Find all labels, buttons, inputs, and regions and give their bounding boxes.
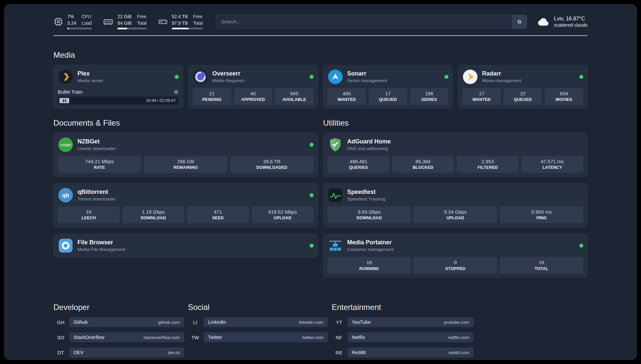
- search-input[interactable]: [216, 15, 512, 28]
- bookmark-stackoverflow[interactable]: SO StackOverflow stackoverflow.com: [53, 332, 184, 342]
- speedtest-icon: [327, 187, 343, 203]
- app-title: Plex: [77, 70, 103, 77]
- stat-label: RATE: [59, 165, 140, 170]
- stat-tile: 471 SEED: [187, 206, 249, 223]
- disk-total-value: 97.9 TB: [172, 20, 188, 26]
- search-engine-button[interactable]: G: [512, 15, 527, 28]
- pause-icon[interactable]: [59, 98, 69, 103]
- bookmark-abbr: SO: [53, 335, 68, 340]
- status-online-dot: [579, 75, 583, 79]
- bookmark-abbr: TW: [188, 335, 202, 340]
- card-filebrowser[interactable]: File Browser Media File Management: [53, 234, 318, 258]
- stat-value: 1.19 Gbps: [124, 209, 183, 215]
- bookmark-domain: linkedin.com: [299, 320, 323, 325]
- bookmark-linkedin[interactable]: LI LinkedIn linkedin.com: [188, 317, 328, 327]
- app-subtitle: DNS and adblocking: [347, 146, 391, 151]
- stat-label: PING: [501, 215, 582, 221]
- bookmark-name: Github: [74, 319, 88, 325]
- stat-tile: 1.19 Gbps DOWNLOAD: [122, 206, 184, 223]
- stat-label: LEECH: [59, 215, 118, 221]
- bookmark-name: LinkedIn: [208, 319, 226, 325]
- bookmark-dev[interactable]: DT DEV dev.to: [53, 348, 184, 357]
- app-title: File Browser: [77, 239, 125, 246]
- stat-tile: 744.21 Mbps RATE: [58, 156, 141, 173]
- bookmark-name: YouTube: [352, 319, 371, 325]
- section-title-utilities: Utilities: [323, 118, 588, 128]
- stat-value: 485: [329, 90, 365, 97]
- stat-tile: 21 PENDING: [193, 88, 231, 105]
- disk-progress-bar: [172, 28, 203, 29]
- stat-label: FILTERED: [458, 165, 517, 170]
- stat-tile: 618.52 Mbps UPLOAD: [252, 206, 314, 223]
- stat-value: 21: [194, 90, 230, 97]
- ram-free-label: Free: [137, 14, 147, 20]
- card-overseerr[interactable]: Overseerr Media Requests 21 PENDING 40 A…: [188, 65, 318, 108]
- disk-metric: 52.4 TB 97.9 TB Free Total: [158, 14, 203, 29]
- status-online-dot: [310, 75, 314, 79]
- bookmark-youtube[interactable]: YT YouTube youtube.com: [332, 317, 473, 327]
- bookmark-netflix[interactable]: NF Netflix netflix.com: [332, 332, 473, 342]
- card-portainer[interactable]: Media Portainer Container management 16 …: [323, 234, 588, 278]
- cpu-load-value: 3.24: [67, 20, 76, 26]
- bookmark-github[interactable]: GH Github github.com: [53, 317, 184, 327]
- disk-total-label: Total: [193, 20, 203, 26]
- card-sonarr[interactable]: Sonarr Series management 485 WANTED 17 Q…: [323, 65, 453, 108]
- nzbget-icon: nzbget: [58, 137, 74, 153]
- stat-tile: 39.6 TB DOWNLOADED: [230, 156, 314, 173]
- card-speedtest[interactable]: Speedtest Speedtest Tracking 9.65 Gbps D…: [323, 183, 588, 227]
- stat-value: 16: [329, 259, 410, 266]
- cloud-icon: [537, 16, 550, 27]
- stat-label: TOTAL: [501, 266, 582, 272]
- app-title: qBittorrent: [77, 189, 116, 196]
- stat-value: 17: [370, 90, 406, 97]
- ram-free-value: 22 GiB: [117, 14, 132, 20]
- overseerr-icon: [193, 69, 208, 85]
- stat-label: QUEUED: [505, 97, 541, 103]
- disk-icon: [158, 17, 168, 27]
- bookmark-domain: stackoverflow.com: [143, 335, 180, 340]
- bookmark-group-developer: Developer GH Github github.com SO StackO…: [53, 303, 184, 360]
- cpu-progress-bar: [67, 28, 92, 29]
- stat-tile: 834 MOVIES: [545, 88, 583, 105]
- stat-tile: 40 APPROVED: [234, 88, 272, 105]
- disk-progress-fill: [172, 28, 189, 29]
- stat-value: 196: [411, 90, 447, 97]
- stat-value: 0.993 ms: [501, 209, 582, 215]
- stat-label: WANTED: [464, 97, 500, 103]
- stat-tile: 9.24 Gbps UPLOAD: [413, 206, 497, 223]
- cpu-label: CPU: [81, 14, 92, 20]
- bookmark-domain: youtube.com: [444, 320, 469, 325]
- cpu-progress-fill: [67, 28, 69, 29]
- stat-tile: 16 TOTAL: [500, 257, 583, 274]
- ram-total-label: Total: [137, 20, 147, 26]
- bookmark-twitter[interactable]: TW Twitter twitter.com: [188, 332, 328, 342]
- playback-time: 24:44 / 02:06:47: [146, 98, 176, 103]
- stat-value: 40: [235, 90, 271, 97]
- weather-widget: Lviv, 16.87°C scattered clouds: [537, 16, 588, 28]
- card-plex[interactable]: Plex Media server Bullet Train: [53, 65, 183, 108]
- card-adguard[interactable]: AdGuard Home DNS and adblocking 498,461 …: [323, 133, 588, 177]
- portainer-icon: [327, 238, 343, 254]
- dashboard: 7% 3.24 CPU Load: [4, 4, 637, 360]
- bookmark-abbr: GH: [53, 319, 68, 325]
- card-qbittorrent[interactable]: qb qBittorrent Torrent downloader 16 LEE…: [53, 183, 318, 227]
- plex-icon: [58, 69, 74, 85]
- bookmark-domain: github.com: [158, 320, 180, 325]
- card-nzbget[interactable]: nzbget NZBGet Usenet downloader 744.21 M…: [53, 133, 318, 177]
- app-title: NZBGet: [77, 138, 116, 145]
- stat-tile: 266 GB REMAINING: [144, 156, 227, 173]
- stat-label: DOWNLOADED: [231, 165, 312, 170]
- settings-gear-icon[interactable]: [173, 89, 179, 95]
- radarr-icon: [462, 69, 478, 85]
- playback-progress-bar[interactable]: 24:44 / 02:06:47: [58, 97, 179, 105]
- status-online-dot: [310, 193, 314, 197]
- stat-value: 47.571 ms: [523, 158, 582, 165]
- stat-tile: 86,384 BLOCKED: [392, 156, 454, 173]
- bookmark-abbr: NF: [332, 335, 346, 340]
- stat-label: BLOCKED: [393, 165, 453, 170]
- card-radarr[interactable]: Radarr Movie management 17 WANTED 22 QUE…: [458, 65, 588, 108]
- ram-icon: [103, 17, 113, 27]
- stat-label: SEED: [188, 215, 248, 221]
- bookmark-reddit[interactable]: RE Reddit reddit.com: [332, 348, 473, 357]
- app-title: Overseerr: [212, 70, 245, 77]
